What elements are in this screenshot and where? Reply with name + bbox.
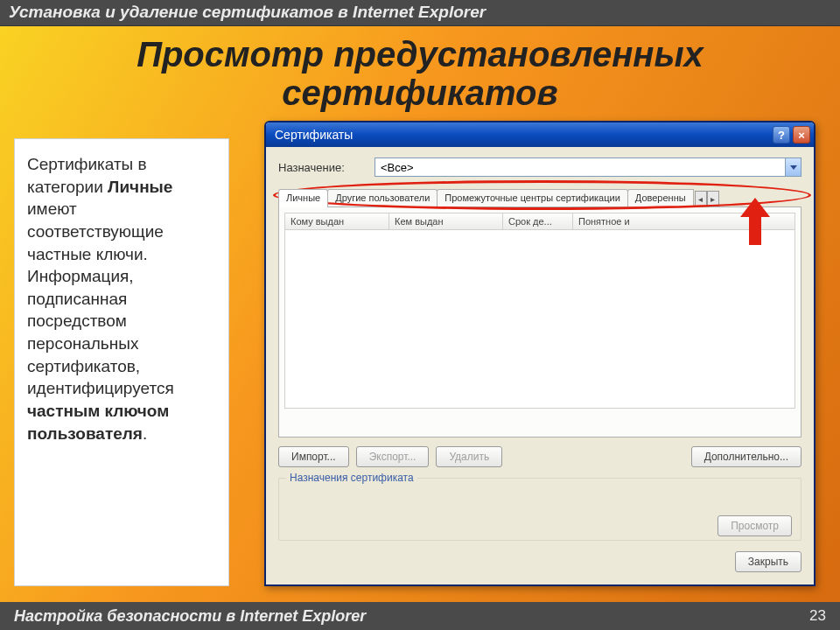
column-issued-to[interactable]: Кому выдан xyxy=(284,213,389,230)
column-expires[interactable]: Срок де... xyxy=(503,213,573,230)
slide-title: Просмотр предустановленных сертификатов xyxy=(35,35,805,112)
slide-header: Установка и удаление сертификатов в Inte… xyxy=(0,0,840,26)
view-button: Просмотр xyxy=(718,515,792,536)
certificate-list-panel: Кому выдан Кем выдан Срок де... Понятное… xyxy=(278,206,802,438)
purpose-dropdown[interactable]: <Все> xyxy=(374,158,802,177)
cert-purposes-group: Назначения сертификата Просмотр xyxy=(278,478,802,541)
certificates-dialog: Сертификаты ? × Назначение: <Все> Личные… xyxy=(264,121,816,586)
advanced-button[interactable]: Дополнительно... xyxy=(691,446,802,467)
tab-strip: Личные Другие пользователи Промежуточные… xyxy=(278,186,802,206)
tab-other-users[interactable]: Другие пользователи xyxy=(327,189,438,206)
tab-personal[interactable]: Личные xyxy=(278,189,328,207)
purpose-label: Назначение: xyxy=(278,161,374,174)
footer-text: Настройка безопасности в Internet Explor… xyxy=(14,607,366,626)
tab-scroll-right[interactable]: ▸ xyxy=(707,191,719,206)
help-button[interactable]: ? xyxy=(773,126,790,144)
tab-scroll-left[interactable]: ◂ xyxy=(695,191,707,206)
slide-footer: Настройка безопасности в Internet Explor… xyxy=(0,602,840,630)
purpose-value: <Все> xyxy=(381,161,414,174)
close-icon[interactable]: × xyxy=(793,126,810,144)
delete-button: Удалить xyxy=(436,446,502,467)
tab-intermediate-ca[interactable]: Промежуточные центры сертификации xyxy=(437,189,627,206)
group-legend: Назначения сертификата xyxy=(286,472,417,484)
import-button[interactable]: Импорт... xyxy=(278,446,349,467)
chevron-down-icon[interactable] xyxy=(785,158,801,176)
list-header: Кому выдан Кем выдан Срок де... Понятное… xyxy=(284,213,795,230)
export-button: Экспорт... xyxy=(356,446,430,467)
column-issued-by[interactable]: Кем выдан xyxy=(389,213,503,230)
close-button[interactable]: Закрыть xyxy=(735,551,802,572)
column-friendly-name[interactable]: Понятное и xyxy=(573,213,795,230)
certificate-list[interactable] xyxy=(284,230,795,409)
dialog-title: Сертификаты xyxy=(275,128,353,142)
slide-header-text: Установка и удаление сертификатов в Inte… xyxy=(9,3,486,21)
dialog-titlebar[interactable]: Сертификаты ? × xyxy=(266,122,814,147)
page-number: 23 xyxy=(809,607,826,625)
description-textbox: Сертификаты в категории Личные имеют соо… xyxy=(14,138,229,586)
tab-trusted[interactable]: Доверенны xyxy=(627,189,694,206)
